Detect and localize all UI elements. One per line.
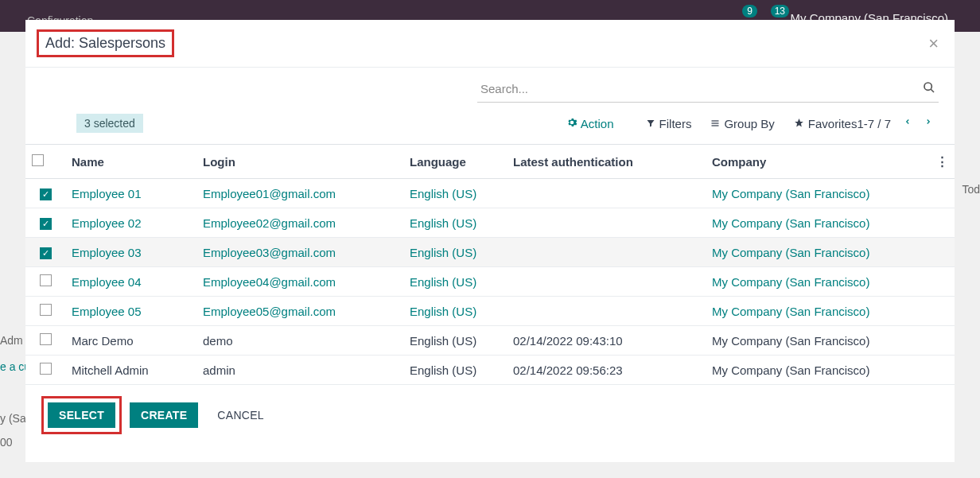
row-checkbox[interactable]	[40, 304, 52, 316]
cell-company[interactable]: My Company (San Francisco)	[706, 297, 930, 326]
bg-right-1: Tod	[962, 183, 980, 196]
cell-auth	[507, 179, 706, 208]
table-row[interactable]: Employee 01Employee01@gmail.comEnglish (…	[25, 179, 955, 208]
cell-name[interactable]: Employee 03	[65, 238, 196, 267]
modal-add-salespersons: Add: Salespersons × 3 selected Action	[25, 20, 955, 462]
bg-left-1: Adm	[0, 334, 23, 347]
cell-company[interactable]: My Company (San Francisco)	[706, 238, 930, 267]
star-icon	[794, 117, 804, 130]
cell-company[interactable]: My Company (San Francisco)	[706, 267, 930, 297]
cell-company[interactable]: My Company (San Francisco)	[706, 179, 930, 208]
search-input[interactable]	[477, 76, 939, 103]
modal-title: Add: Salespersons	[37, 29, 174, 57]
cell-language[interactable]: English (US)	[403, 179, 507, 208]
cell-spacer	[930, 326, 955, 356]
pager-next[interactable]	[918, 116, 939, 130]
cell-auth	[507, 297, 706, 326]
filters-button[interactable]: Filters	[646, 117, 692, 130]
create-button[interactable]: CREATE	[130, 402, 198, 428]
cell-auth	[507, 208, 706, 238]
table-row[interactable]: Employee 04Employee04@gmail.comEnglish (…	[25, 267, 955, 297]
cell-name[interactable]: Employee 04	[65, 267, 196, 297]
cell-login[interactable]: demo	[196, 326, 403, 356]
cell-auth	[507, 267, 706, 297]
row-checkbox[interactable]	[40, 363, 52, 375]
selected-count-badge: 3 selected	[76, 114, 143, 133]
cell-login[interactable]: Employee02@gmail.com	[196, 208, 403, 238]
gear-icon	[566, 117, 578, 130]
kebab-icon[interactable]: ⋮	[930, 145, 955, 179]
cell-auth: 02/14/2022 09:43:10	[507, 326, 706, 356]
cell-login[interactable]: Employee01@gmail.com	[196, 179, 403, 208]
cell-login[interactable]: Employee04@gmail.com	[196, 267, 403, 297]
modal-header: Add: Salespersons ×	[25, 20, 955, 68]
cell-name[interactable]: Employee 02	[65, 208, 196, 238]
col-header-auth[interactable]: Latest authentication	[507, 145, 706, 179]
filter-icon	[646, 117, 655, 130]
cell-company[interactable]: My Company (San Francisco)	[706, 208, 930, 238]
col-header-name[interactable]: Name	[65, 145, 196, 179]
pager-text: 1-7 / 7	[857, 117, 891, 130]
cell-spacer	[930, 208, 955, 238]
salespersons-table: Name Login Language Latest authenticatio…	[25, 144, 955, 385]
cell-language[interactable]: English (US)	[403, 356, 507, 385]
cell-spacer	[930, 267, 955, 297]
cell-auth	[507, 238, 706, 267]
col-header-language[interactable]: Language	[403, 145, 507, 179]
cell-company[interactable]: My Company (San Francisco)	[706, 356, 930, 385]
table-row[interactable]: Employee 02Employee02@gmail.comEnglish (…	[25, 208, 955, 238]
checkbox-all[interactable]	[32, 154, 44, 166]
bg-left-3: y (Sa	[0, 412, 26, 425]
cell-language[interactable]: English (US)	[403, 326, 507, 356]
action-label: Action	[581, 117, 614, 130]
cancel-button[interactable]: CANCEL	[206, 402, 275, 428]
favorites-button[interactable]: Favorites	[794, 117, 858, 130]
modal-footer: SELECT CREATE CANCEL	[25, 385, 955, 445]
groupby-label: Group By	[724, 117, 774, 130]
row-checkbox[interactable]	[40, 274, 52, 286]
modal-toolbar: 3 selected Action Filters Group By	[25, 68, 955, 144]
bg-badge-2: 13	[771, 5, 789, 17]
filters-label: Filters	[659, 117, 692, 130]
cell-spacer	[930, 179, 955, 208]
search-icon[interactable]	[923, 81, 935, 97]
svg-point-0	[924, 83, 931, 90]
table-row[interactable]: Employee 05Employee05@gmail.comEnglish (…	[25, 297, 955, 326]
list-icon	[710, 117, 720, 130]
cell-name[interactable]: Mitchell Admin	[65, 356, 196, 385]
col-header-company[interactable]: Company	[706, 145, 930, 179]
bg-badge-1: 9	[742, 5, 757, 17]
cell-name[interactable]: Employee 05	[65, 297, 196, 326]
cell-language[interactable]: English (US)	[403, 238, 507, 267]
cell-language[interactable]: English (US)	[403, 208, 507, 238]
favorites-label: Favorites	[808, 117, 858, 130]
select-button[interactable]: SELECT	[48, 402, 115, 428]
row-checkbox[interactable]	[40, 247, 52, 259]
cell-company[interactable]: My Company (San Francisco)	[706, 326, 930, 356]
groupby-button[interactable]: Group By	[710, 117, 774, 130]
cell-login[interactable]: Employee03@gmail.com	[196, 238, 403, 267]
cell-spacer	[930, 238, 955, 267]
row-checkbox[interactable]	[40, 333, 52, 345]
pager-prev[interactable]	[897, 116, 918, 130]
cell-name[interactable]: Employee 01	[65, 179, 196, 208]
cell-language[interactable]: English (US)	[403, 297, 507, 326]
action-button[interactable]: Action	[566, 117, 614, 130]
select-highlight-box: SELECT	[41, 396, 122, 434]
table-row[interactable]: Mitchell AdminadminEnglish (US)02/14/202…	[25, 356, 955, 385]
cell-login[interactable]: Employee05@gmail.com	[196, 297, 403, 326]
cell-name[interactable]: Marc Demo	[65, 326, 196, 356]
svg-line-1	[931, 89, 934, 92]
bg-left-4: 00	[0, 436, 13, 449]
cell-language[interactable]: English (US)	[403, 267, 507, 297]
controls-row: 3 selected Action Filters Group By	[41, 103, 939, 144]
row-checkbox[interactable]	[40, 218, 52, 230]
search-row	[41, 76, 939, 103]
table-row[interactable]: Marc DemodemoEnglish (US)02/14/2022 09:4…	[25, 326, 955, 356]
table-row[interactable]: Employee 03Employee03@gmail.comEnglish (…	[25, 238, 955, 267]
search-wrap	[477, 76, 939, 103]
col-header-login[interactable]: Login	[196, 145, 403, 179]
cell-login[interactable]: admin	[196, 356, 403, 385]
row-checkbox[interactable]	[40, 188, 52, 200]
close-icon[interactable]: ×	[928, 35, 939, 52]
